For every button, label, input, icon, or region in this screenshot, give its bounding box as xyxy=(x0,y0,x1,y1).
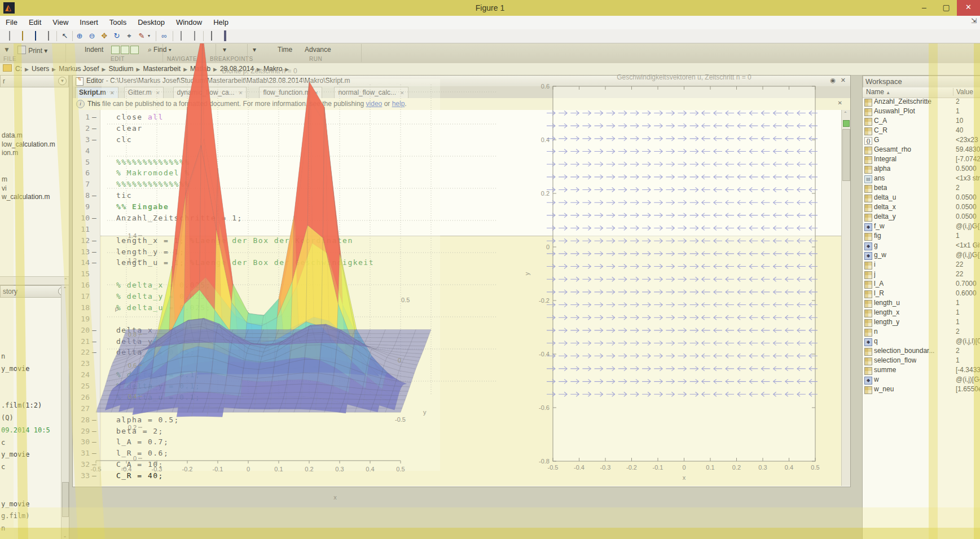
svg-text:-0.4: -0.4 xyxy=(574,464,585,471)
svg-text:0.3: 0.3 xyxy=(758,464,767,471)
svg-text:0.5: 0.5 xyxy=(396,466,405,472)
svg-text:0.2: 0.2 xyxy=(541,190,550,197)
svg-text:-0.5: -0.5 xyxy=(548,464,559,471)
brush-dropdown-icon[interactable]: ▾ xyxy=(147,31,151,41)
svg-text:0.2: 0.2 xyxy=(732,464,741,471)
svg-text:0.6: 0.6 xyxy=(128,362,137,369)
svg-text:0.4: 0.4 xyxy=(541,136,550,143)
menu-view[interactable]: View xyxy=(47,16,74,29)
svg-text:ρ: ρ xyxy=(115,305,118,312)
figure-dock-arrow-icon[interactable]: ⇲ xyxy=(971,17,977,25)
svg-text:y: y xyxy=(524,272,530,275)
figure-canvas[interactable]: Dichte ρ, Zeitschritt n = 0-0.5-0.4-0.3-… xyxy=(0,43,980,539)
show-plot-tools-icon[interactable] xyxy=(220,31,230,41)
data-cursor-icon[interactable]: ⌖ xyxy=(124,31,134,41)
svg-text:0.2: 0.2 xyxy=(305,466,313,472)
svg-text:Geschwindigkeitsvektoren u, Ze: Geschwindigkeitsvektoren u, Zeitschritt … xyxy=(617,73,752,81)
svg-text:0.3: 0.3 xyxy=(335,466,344,472)
maximize-button[interactable]: ▢ xyxy=(935,0,957,16)
svg-text:-0.6: -0.6 xyxy=(539,404,550,411)
svg-text:0.5: 0.5 xyxy=(811,464,819,471)
svg-text:0: 0 xyxy=(398,357,401,364)
menu-help[interactable]: Help xyxy=(208,16,234,29)
purple-surface xyxy=(96,318,431,412)
open-file-icon[interactable] xyxy=(17,31,28,41)
save-icon[interactable] xyxy=(30,31,41,41)
svg-text:0.4: 0.4 xyxy=(128,393,137,400)
menu-window[interactable]: Window xyxy=(170,16,208,29)
figure-titlebar[interactable]: ◭ Figure 1 – ▢ ✕ xyxy=(0,0,980,16)
menu-insert[interactable]: Insert xyxy=(74,16,104,29)
figure-menubar: FileEditViewInsertToolsDesktopWindowHelp xyxy=(0,16,980,30)
svg-text:-0.1: -0.1 xyxy=(653,464,663,471)
svg-text:0: 0 xyxy=(247,466,250,472)
svg-text:-0.1: -0.1 xyxy=(213,466,223,472)
quiver-plot[interactable]: Geschwindigkeitsvektoren u, Zeitschritt … xyxy=(524,73,820,481)
svg-text:-0.4: -0.4 xyxy=(121,466,132,472)
surface-plot[interactable]: Dichte ρ, Zeitschritt n = 0-0.5-0.4-0.3-… xyxy=(91,43,496,501)
screen: ▼ Print ▾ Indent ⌕ Find ▾ ▾ ▾ Time Advan… xyxy=(0,0,980,539)
zoom-in-icon[interactable]: ⊕ xyxy=(74,31,85,41)
svg-text:0.5: 0.5 xyxy=(401,297,410,303)
matlab-logo-icon: ◭ xyxy=(3,2,15,14)
brush-icon[interactable]: ✎ xyxy=(137,31,147,41)
svg-text:1.4: 1.4 xyxy=(128,232,137,239)
close-button[interactable]: ✕ xyxy=(957,0,980,16)
print-icon[interactable] xyxy=(43,31,54,41)
svg-text:0: 0 xyxy=(682,464,685,471)
edit-cursor-icon[interactable]: ↖ xyxy=(60,31,70,41)
insert-colorbar-icon[interactable] xyxy=(176,31,186,41)
svg-text:x: x xyxy=(683,474,686,481)
svg-text:-0.3: -0.3 xyxy=(152,466,162,472)
svg-text:-0.5: -0.5 xyxy=(395,416,406,423)
svg-text:0.4: 0.4 xyxy=(366,466,374,472)
figure-title: Figure 1 xyxy=(0,0,980,16)
svg-text:0.1: 0.1 xyxy=(706,464,714,471)
svg-text:-0.8: -0.8 xyxy=(539,458,550,465)
svg-text:0.6: 0.6 xyxy=(541,83,550,90)
svg-text:-0.3: -0.3 xyxy=(600,464,611,471)
hide-plot-tools-icon[interactable] xyxy=(206,31,217,41)
svg-text:-0.2: -0.2 xyxy=(182,466,193,472)
insert-legend-icon[interactable] xyxy=(190,31,200,41)
svg-text:1.2: 1.2 xyxy=(128,257,137,264)
menu-edit[interactable]: Edit xyxy=(23,16,47,29)
svg-text:0.2: 0.2 xyxy=(128,424,137,431)
minimize-button[interactable]: – xyxy=(913,0,935,16)
link-plots-icon[interactable]: ∞ xyxy=(159,31,169,41)
svg-text:0: 0 xyxy=(133,455,137,462)
svg-text:Dichte ρ, Zeitschritt n = 0: Dichte ρ, Zeitschritt n = 0 xyxy=(222,67,297,75)
svg-text:-0.2: -0.2 xyxy=(626,464,637,471)
figure-toolbar: ↖ ⊕ ⊖ ✥ ↻ ⌖ ✎ ▾ ∞ xyxy=(0,29,980,43)
svg-text:-0.5: -0.5 xyxy=(91,466,102,472)
rotate-3d-icon[interactable]: ↻ xyxy=(112,31,122,41)
svg-text:0: 0 xyxy=(546,244,550,250)
new-file-icon[interactable] xyxy=(5,31,15,41)
menu-file[interactable]: File xyxy=(0,16,23,29)
svg-text:x: x xyxy=(333,494,337,501)
svg-text:0.1: 0.1 xyxy=(274,466,283,472)
menu-tools[interactable]: Tools xyxy=(104,16,132,29)
svg-text:-0.2: -0.2 xyxy=(539,297,550,304)
svg-text:0.8: 0.8 xyxy=(128,331,137,338)
pan-hand-icon[interactable]: ✥ xyxy=(99,31,109,41)
svg-text:0.4: 0.4 xyxy=(785,464,793,471)
svg-text:-0.4: -0.4 xyxy=(539,351,550,357)
zoom-out-icon[interactable]: ⊖ xyxy=(87,31,97,41)
svg-text:y: y xyxy=(423,409,427,416)
menu-desktop[interactable]: Desktop xyxy=(132,16,170,29)
